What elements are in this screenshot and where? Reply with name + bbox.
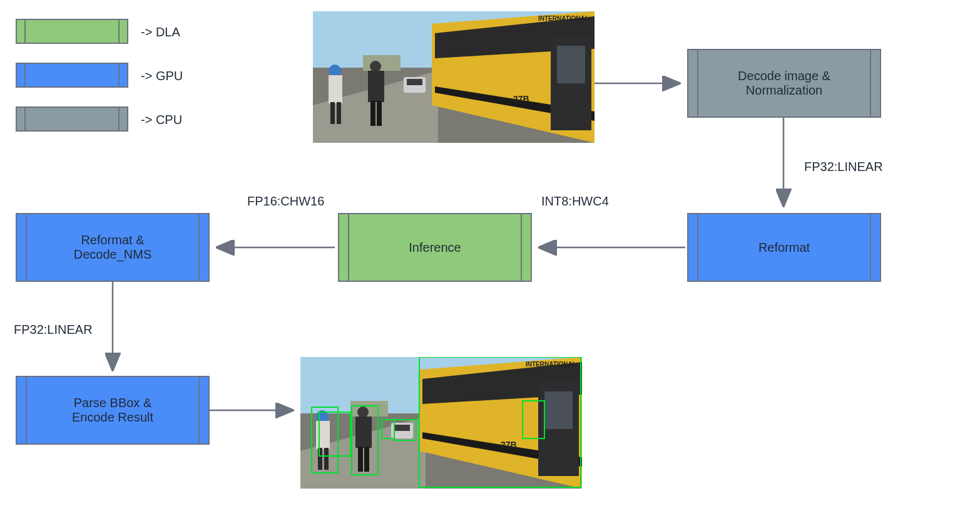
legend-dla-swatch (16, 19, 128, 44)
svg-rect-29 (544, 391, 573, 429)
svg-rect-33 (394, 425, 410, 431)
svg-rect-37 (324, 448, 329, 470)
edge-label-fp32-linear-top: FP32:LINEAR (804, 160, 883, 174)
arrow-decode-to-reformat (776, 118, 795, 215)
svg-rect-35 (316, 421, 330, 449)
legend-cpu-swatch (16, 106, 128, 132)
svg-rect-8 (557, 46, 585, 83)
svg-rect-41 (364, 447, 369, 472)
svg-rect-14 (329, 75, 342, 103)
svg-rect-18 (368, 71, 384, 102)
svg-rect-19 (370, 101, 375, 126)
legend-dla-label: -> DLA (141, 25, 180, 39)
svg-rect-15 (330, 102, 335, 124)
svg-rect-40 (358, 447, 363, 472)
svg-rect-16 (337, 102, 341, 124)
svg-text:INTERNATIONAL: INTERNATIONAL (538, 15, 589, 22)
svg-rect-39 (355, 417, 372, 448)
node-reformat-nms: Reformat & Decode_NMS (16, 213, 210, 282)
svg-rect-3 (363, 55, 401, 71)
arrow-reformat-to-inference (532, 239, 688, 258)
arrow-input-to-decode (595, 75, 688, 94)
svg-point-38 (357, 407, 369, 418)
svg-rect-24 (350, 401, 388, 417)
svg-rect-20 (377, 101, 382, 126)
edge-label-int8-hwc4: INT8:HWC4 (541, 194, 609, 209)
svg-rect-12 (407, 79, 422, 85)
arrow-nms-to-parse (103, 282, 122, 379)
legend-cpu-label: -> CPU (141, 113, 182, 127)
svg-point-17 (370, 61, 381, 72)
edge-label-fp32-linear-bottom: FP32:LINEAR (14, 323, 93, 337)
output-image: INTERNATIONAL 27B (300, 357, 582, 489)
svg-text:INTERNATIONAL: INTERNATIONAL (526, 361, 576, 368)
arrow-inference-to-nms (210, 239, 341, 258)
arrow-parse-to-output (210, 401, 304, 420)
legend-gpu-label: -> GPU (141, 69, 183, 83)
node-parse-bbox: Parse BBox & Encode Result (16, 376, 210, 445)
svg-text:27B: 27B (501, 440, 517, 450)
input-image: INTERNATIONAL 27B (313, 11, 595, 143)
node-inference: Inference (338, 213, 532, 282)
legend-gpu-swatch (16, 63, 128, 88)
node-decode-normalize: Decode image & Normalization (687, 49, 881, 118)
node-reformat: Reformat (687, 213, 881, 282)
edge-label-fp16-chw16: FP16:CHW16 (247, 194, 324, 209)
svg-text:27B: 27B (513, 94, 529, 104)
